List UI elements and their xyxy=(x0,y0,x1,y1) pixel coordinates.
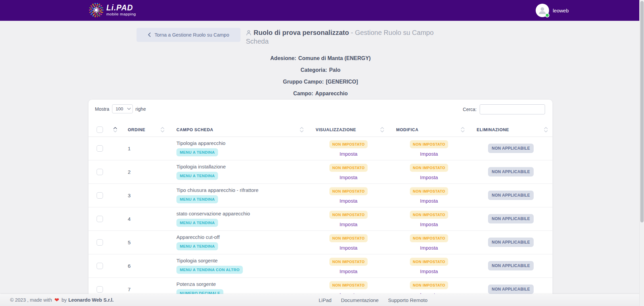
online-status-dot xyxy=(545,13,549,17)
header-eliminazione[interactable]: ELIMINAZIONE xyxy=(469,123,552,137)
sort-icons[interactable] xyxy=(461,127,465,133)
table-card: Mostra 100 righe Cerca: xyxy=(89,100,552,306)
role-person-icon xyxy=(246,30,252,36)
logo-subtitle: mobile mapping xyxy=(106,12,136,16)
sort-icons[interactable] xyxy=(300,127,304,133)
scrollbar-thumb[interactable] xyxy=(640,1,644,222)
top-header: Li.PAD mobile mapping leoweb xyxy=(0,0,639,21)
header-modifica[interactable]: MODIFICA xyxy=(389,123,469,137)
table-row: 2 Tipologia installazione MENU A TENDINA… xyxy=(89,160,552,184)
company-name: Leonardo Web S.r.l. xyxy=(68,297,114,303)
back-button-label: Torna a Gestione Ruolo su Campo xyxy=(155,32,229,38)
fields-table: ORDINE CAMPO SCHEDA VISUALIZZAZIONE xyxy=(89,123,552,301)
eliminazione-cell: NON APPLICABILE xyxy=(469,254,552,277)
modifica-status-badge: NON IMPOSTATO xyxy=(410,258,448,266)
imposta-modifica-link[interactable]: Imposta xyxy=(389,151,469,157)
eliminazione-cell: NON APPLICABILE xyxy=(469,231,552,254)
imposta-visualizzazione-link[interactable]: Imposta xyxy=(308,221,389,227)
header-select-all[interactable] xyxy=(89,123,120,137)
header-ordine[interactable]: ORDINE xyxy=(120,123,169,137)
eliminazione-cell: NON APPLICABILE xyxy=(469,184,552,207)
imposta-modifica-link[interactable]: Imposta xyxy=(389,268,469,274)
imposta-modifica-link[interactable]: Imposta xyxy=(389,221,469,227)
imposta-modifica-link[interactable]: Imposta xyxy=(389,198,469,204)
row-checkbox[interactable] xyxy=(97,145,103,152)
search-input[interactable] xyxy=(480,104,545,114)
role-name: Ruolo di prova personalizzato xyxy=(254,29,349,36)
sort-icons[interactable] xyxy=(113,127,117,133)
campo-scheda-name: stato conservazione apparecchio xyxy=(176,211,308,216)
vertical-scrollbar[interactable] xyxy=(639,0,644,306)
modifica-status-badge: NON IMPOSTATO xyxy=(410,164,448,172)
eliminazione-cell: NON APPLICABILE xyxy=(469,160,552,184)
header-visualizzazione[interactable]: VISUALIZZAZIONE xyxy=(308,123,389,137)
length-label-after: righe xyxy=(136,106,146,112)
imposta-visualizzazione-link[interactable]: Imposta xyxy=(308,151,389,157)
visualizzazione-cell: NON IMPOSTATO Imposta xyxy=(308,231,389,254)
sort-icons[interactable] xyxy=(161,127,164,133)
visualizzazione-status-badge: NON IMPOSTATO xyxy=(329,140,368,148)
imposta-visualizzazione-link[interactable]: Imposta xyxy=(308,198,389,204)
imposta-visualizzazione-link[interactable]: Imposta xyxy=(308,268,389,274)
field-type-badge: MENU A TENDINA xyxy=(176,148,218,156)
info-adesione: Adesione:Comune di Manta (ENERGY) xyxy=(89,52,552,64)
copyright: © 2023 , made with ❤ by Leonardo Web S.r… xyxy=(10,294,114,306)
campo-scheda-name: Tipologia sorgente xyxy=(176,258,308,263)
footer-link-lipad[interactable]: LiPad xyxy=(319,297,331,303)
modifica-status-badge: NON IMPOSTATO xyxy=(410,234,448,242)
length-label-before: Mostra xyxy=(95,106,109,112)
back-button[interactable]: Torna a Gestione Ruolo su Campo xyxy=(137,28,240,42)
imposta-visualizzazione-link[interactable]: Imposta xyxy=(308,174,389,180)
page-length-select[interactable]: 100 xyxy=(112,104,133,113)
username: leoweb xyxy=(553,8,569,13)
row-checkbox[interactable] xyxy=(97,286,103,293)
table-body: 1 Tipologia apparecchio MENU A TENDINA N… xyxy=(89,137,552,301)
field-type-badge: MENU A TENDINA xyxy=(176,172,218,180)
ordine-cell: 6 xyxy=(120,254,169,277)
table-header-row: ORDINE CAMPO SCHEDA VISUALIZZAZIONE xyxy=(89,123,552,137)
modifica-status-badge: NON IMPOSTATO xyxy=(410,281,448,289)
sort-icons[interactable] xyxy=(544,127,548,133)
info-campo: Campo:Apparecchio xyxy=(89,88,552,99)
footer-link-documentazione[interactable]: Documentazione xyxy=(341,297,379,303)
row-checkbox[interactable] xyxy=(97,216,103,222)
campo-scheda-name: Tipo chiusura apparecchio - rifrattore xyxy=(176,187,308,193)
footer: © 2023 , made with ❤ by Leonardo Web S.r… xyxy=(0,294,644,306)
imposta-modifica-link[interactable]: Imposta xyxy=(389,174,469,180)
sort-icons[interactable] xyxy=(380,127,384,133)
info-categoria: Categoria:Palo xyxy=(89,64,552,76)
table-row: 3 Tipo chiusura apparecchio - rifrattore… xyxy=(89,184,552,207)
ordine-cell: 5 xyxy=(120,231,169,254)
row-checkbox[interactable] xyxy=(97,239,103,246)
visualizzazione-status-badge: NON IMPOSTATO xyxy=(329,281,368,289)
eliminazione-cell: NON APPLICABILE xyxy=(469,207,552,231)
row-checkbox[interactable] xyxy=(97,169,103,175)
lipad-logo[interactable]: Li.PAD mobile mapping xyxy=(89,2,136,18)
field-type-badge: MENU A TENDINA xyxy=(176,195,218,203)
imposta-modifica-link[interactable]: Imposta xyxy=(389,245,469,251)
table-row: 6 Tipologia sorgente MENU A TENDINA CON … xyxy=(89,254,552,277)
user-menu[interactable]: leoweb xyxy=(536,4,569,17)
select-all-checkbox[interactable] xyxy=(97,126,103,133)
page-length-control: Mostra 100 righe xyxy=(95,104,146,113)
context-info: Adesione:Comune di Manta (ENERGY) Catego… xyxy=(89,52,552,99)
visualizzazione-status-badge: NON IMPOSTATO xyxy=(329,234,368,242)
field-type-badge: MENU A TENDINA xyxy=(176,242,218,250)
footer-link-supporto-remoto[interactable]: Supporto Remoto xyxy=(388,297,428,303)
row-checkbox[interactable] xyxy=(97,192,103,199)
row-checkbox[interactable] xyxy=(97,263,103,269)
eliminazione-cell: NON APPLICABILE xyxy=(469,137,552,160)
visualizzazione-status-badge: NON IMPOSTATO xyxy=(329,211,368,219)
header-campo-scheda[interactable]: CAMPO SCHEDA xyxy=(169,123,308,137)
search-control: Cerca: xyxy=(463,104,545,114)
campo-scheda-cell: Tipo chiusura apparecchio - rifrattore M… xyxy=(169,184,308,207)
campo-scheda-cell: Tipologia sorgente MENU A TENDINA CON AL… xyxy=(169,254,308,277)
eliminazione-status-badge: NON APPLICABILE xyxy=(488,144,534,153)
table-controls: Mostra 100 righe Cerca: xyxy=(89,104,552,116)
imposta-visualizzazione-link[interactable]: Imposta xyxy=(308,245,389,251)
eliminazione-status-badge: NON APPLICABILE xyxy=(488,238,534,247)
ordine-cell: 2 xyxy=(120,160,169,184)
eliminazione-status-badge: NON APPLICABILE xyxy=(488,261,534,270)
visualizzazione-cell: NON IMPOSTATO Imposta xyxy=(308,184,389,207)
eliminazione-status-badge: NON APPLICABILE xyxy=(488,167,534,176)
